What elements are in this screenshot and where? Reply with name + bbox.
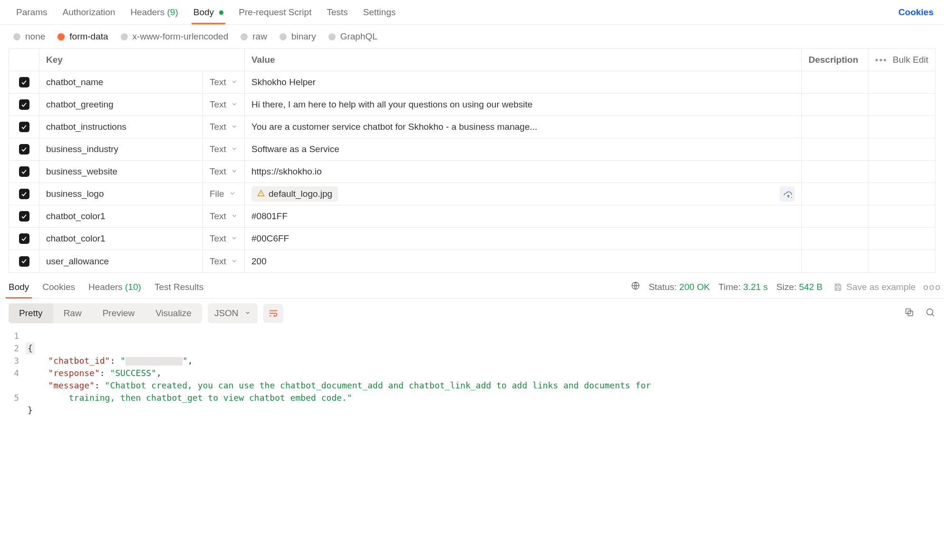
view-preview[interactable]: Preview: [92, 303, 145, 323]
value-text[interactable]: 200: [251, 256, 267, 267]
file-name: default_logo.jpg: [269, 189, 332, 199]
description-cell[interactable]: [802, 161, 868, 183]
type-select[interactable]: Text: [203, 161, 245, 183]
row-checkbox[interactable]: [19, 99, 29, 110]
response-body-code[interactable]: 1 2 3 4 5 { "chatbot_id": "", "response"…: [0, 328, 944, 416]
value-cell[interactable]: default_logo.jpg: [245, 183, 802, 205]
body-type-none-label: none: [25, 31, 45, 42]
file-chip[interactable]: default_logo.jpg: [251, 186, 338, 202]
body-type-formdata[interactable]: form-data: [58, 31, 108, 42]
type-select[interactable]: Text: [203, 71, 245, 93]
value-text[interactable]: You are a customer service chatbot for S…: [251, 122, 537, 132]
key-cell[interactable]: business_logo: [39, 183, 203, 205]
tab-params[interactable]: Params: [9, 1, 55, 24]
type-select[interactable]: Text: [203, 138, 245, 160]
response-tabs: Body Cookies Headers (10) Test Results S…: [0, 276, 944, 299]
type-select[interactable]: File: [203, 183, 245, 205]
key-cell[interactable]: chatbot_greeting: [39, 94, 203, 116]
value-text[interactable]: #00C6FF: [251, 233, 289, 244]
description-cell[interactable]: [802, 71, 868, 93]
key-cell[interactable]: user_allowance: [39, 250, 203, 272]
description-cell[interactable]: [802, 228, 868, 250]
bulk-edit-button[interactable]: Bulk Edit: [893, 55, 928, 65]
response-tab-test-results[interactable]: Test Results: [148, 276, 210, 298]
table-row: business_websiteTexthttps://skhokho.io: [9, 161, 935, 183]
view-pretty[interactable]: Pretty: [9, 303, 53, 323]
tab-prerequest[interactable]: Pre-request Script: [231, 1, 319, 24]
response-tab-headers[interactable]: Headers (10): [82, 276, 148, 298]
row-checkbox[interactable]: [19, 189, 29, 199]
time-label: Time:: [719, 282, 741, 292]
save-as-example-button[interactable]: Save as example: [833, 282, 916, 292]
type-select[interactable]: Text: [203, 116, 245, 138]
body-type-urlencoded[interactable]: x-www-form-urlencoded: [121, 31, 229, 42]
view-visualize[interactable]: Visualize: [145, 303, 202, 323]
type-label: Text: [210, 233, 226, 244]
search-icon[interactable]: [925, 307, 935, 320]
body-type-binary[interactable]: binary: [279, 31, 316, 42]
value-cell[interactable]: Skhokho Helper: [245, 71, 802, 93]
key-cell[interactable]: business_industry: [39, 138, 203, 160]
response-meta: Status: 200 OK Time: 3.21 s Size: 542 B: [631, 281, 823, 293]
value-cell[interactable]: https://skhokho.io: [245, 161, 802, 183]
response-tab-body[interactable]: Body: [2, 276, 36, 298]
globe-icon[interactable]: [631, 281, 640, 293]
body-type-raw[interactable]: raw: [241, 31, 267, 42]
format-select[interactable]: JSON: [208, 303, 258, 323]
description-cell[interactable]: [802, 183, 868, 205]
row-checkbox[interactable]: [19, 77, 29, 87]
row-checkbox[interactable]: [19, 233, 29, 244]
tab-settings[interactable]: Settings: [356, 1, 404, 24]
row-checkbox[interactable]: [19, 122, 29, 132]
response-view-row: Pretty Raw Preview Visualize JSON: [0, 299, 944, 328]
row-checkbox[interactable]: [19, 256, 29, 267]
body-type-graphql-label: GraphQL: [340, 31, 377, 42]
row-checkbox[interactable]: [19, 166, 29, 177]
wrap-lines-button[interactable]: [263, 304, 283, 323]
row-checkbox[interactable]: [19, 144, 29, 154]
description-cell[interactable]: [802, 138, 868, 160]
key-cell[interactable]: business_website: [39, 161, 203, 183]
tab-authorization[interactable]: Authorization: [55, 1, 123, 24]
tab-body[interactable]: Body: [186, 1, 231, 24]
description-cell[interactable]: [802, 205, 868, 227]
response-tab-cookies[interactable]: Cookies: [36, 276, 82, 298]
value-text[interactable]: https://skhokho.io: [251, 166, 322, 177]
description-cell[interactable]: [802, 94, 868, 116]
value-text[interactable]: Software as a Service: [251, 144, 339, 154]
type-select[interactable]: Text: [203, 228, 245, 250]
type-select[interactable]: Text: [203, 94, 245, 116]
description-cell[interactable]: [802, 250, 868, 272]
row-checkbox[interactable]: [19, 211, 29, 222]
body-type-binary-label: binary: [291, 31, 316, 42]
upload-button[interactable]: [780, 186, 795, 202]
response-more-icon[interactable]: ooo: [923, 282, 941, 292]
svg-point-3: [927, 309, 933, 315]
tab-headers[interactable]: Headers (9): [123, 1, 185, 24]
formdata-table: Key Value Description ••• Bulk Edit chat…: [9, 48, 935, 273]
value-text[interactable]: Hi there, I am here to help with all you…: [251, 99, 532, 110]
key-cell[interactable]: chatbot_name: [39, 71, 203, 93]
key-cell[interactable]: chatbot_color1: [39, 205, 203, 227]
columns-more-icon[interactable]: •••: [875, 55, 887, 65]
value-cell[interactable]: #00C6FF: [245, 228, 802, 250]
value-cell[interactable]: #0801FF: [245, 205, 802, 227]
value-text[interactable]: #0801FF: [251, 211, 288, 222]
value-cell[interactable]: Hi there, I am here to help with all you…: [245, 94, 802, 116]
body-type-graphql[interactable]: GraphQL: [328, 31, 377, 42]
key-cell[interactable]: chatbot_instructions: [39, 116, 203, 138]
value-text[interactable]: Skhokho Helper: [251, 77, 316, 87]
type-select[interactable]: Text: [203, 250, 245, 272]
cookies-link[interactable]: Cookies: [898, 7, 935, 18]
key-cell[interactable]: chatbot_color1: [39, 228, 203, 250]
tab-tests[interactable]: Tests: [319, 1, 355, 24]
value-cell[interactable]: You are a customer service chatbot for S…: [245, 116, 802, 138]
view-raw[interactable]: Raw: [53, 303, 92, 323]
value-cell[interactable]: 200: [245, 250, 802, 272]
response-tab-headers-count: (10): [125, 282, 141, 292]
type-select[interactable]: Text: [203, 205, 245, 227]
value-cell[interactable]: Software as a Service: [245, 138, 802, 160]
copy-icon[interactable]: [904, 307, 915, 320]
body-type-none[interactable]: none: [13, 31, 45, 42]
description-cell[interactable]: [802, 116, 868, 138]
